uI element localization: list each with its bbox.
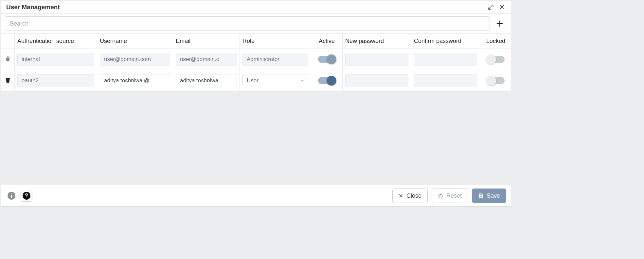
close-icon[interactable] [499,4,506,10]
table-row [1,49,511,70]
help-icon[interactable]: ? [21,190,32,202]
delete-row-icon [5,55,11,63]
confirm-password-field[interactable] [414,74,477,87]
active-toggle[interactable] [318,77,336,84]
dialog-title: User Management [6,4,60,11]
locked-toggle[interactable] [487,77,505,84]
email-field [176,53,237,66]
col-newpw: New password [343,34,411,49]
table-row [1,70,511,91]
role-select [242,53,308,66]
col-role: Role [240,34,311,49]
toolbar [1,14,511,34]
col-confpw: Confirm password [411,34,480,49]
dialog-footer: ? Close Reset Save [1,185,511,206]
col-delete [1,34,15,49]
col-locked: Locked [480,34,511,49]
svg-rect-2 [11,194,12,194]
close-button[interactable]: Close [392,189,428,203]
search-input[interactable] [5,16,490,31]
reset-button[interactable]: Reset [432,189,468,203]
svg-text:?: ? [25,192,28,198]
col-active: Active [311,34,343,49]
new-password-field[interactable] [345,74,408,87]
user-management-dialog: User Management Authentication source Us… [1,1,511,207]
auth-source-field [17,74,94,87]
add-user-button[interactable] [492,16,507,31]
delete-row-icon[interactable] [5,77,11,85]
confirm-password-field[interactable] [414,53,477,66]
table-header-row: Authentication source Username Email Rol… [1,34,511,49]
header-icons [488,4,506,10]
username-field [100,53,170,66]
dialog-header: User Management [1,1,511,14]
username-field[interactable] [100,74,170,87]
users-table: Authentication source Username Email Rol… [1,34,511,185]
col-username: Username [97,34,173,49]
maximize-icon[interactable] [488,4,494,10]
active-toggle [318,56,336,63]
col-email: Email [173,34,240,49]
svg-rect-1 [11,195,12,198]
info-icon[interactable] [6,190,17,202]
new-password-field[interactable] [345,53,408,66]
col-auth: Authentication source [15,34,97,49]
locked-toggle[interactable] [487,56,505,63]
close-button-label: Close [406,192,421,199]
email-field[interactable] [176,74,237,87]
save-button[interactable]: Save [472,189,506,203]
auth-source-field [17,53,94,66]
role-select[interactable] [242,74,308,87]
reset-button-label: Reset [446,192,462,199]
save-button-label: Save [487,192,500,199]
